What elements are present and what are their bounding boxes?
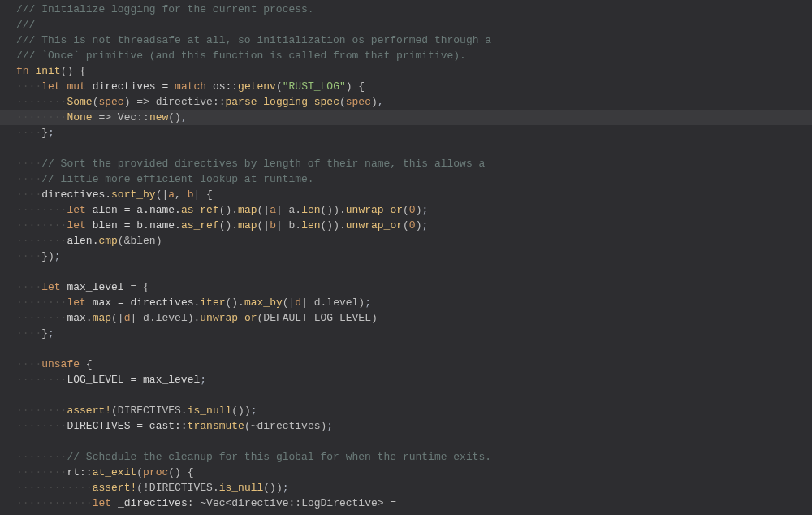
code-line[interactable]: fn init() { [0, 63, 812, 79]
code-line[interactable]: ········assert!(DIRECTIVES.is_null()); [0, 403, 812, 418]
token-fnname: unwrap_or [346, 219, 403, 232]
code-line[interactable]: ········None => Vec::new(), [0, 110, 812, 125]
token-punc: | d.level) [301, 296, 365, 309]
token-punc: | { [194, 188, 213, 201]
token-ident: = directives. [118, 296, 200, 309]
code-line[interactable]: ····// little more efficient lookup at r… [0, 171, 812, 187]
indent-guide: ···· [16, 358, 41, 370]
code-line[interactable] [0, 387, 812, 403]
indent-guide: ···· [41, 374, 67, 386]
token-fnname: parse_logging_spec [226, 96, 339, 108]
token-punc: (!DIRECTIVES. [136, 482, 218, 494]
token-param: a [270, 204, 276, 216]
token-punc: ( [136, 466, 143, 478]
code-line[interactable] [0, 264, 812, 279]
code-line[interactable]: ····let mut directives = match os::geten… [0, 79, 812, 94]
indent-guide: ···· [16, 235, 41, 247]
code-line[interactable]: ····let max_level = { [0, 279, 812, 295]
indent-guide: ···· [41, 466, 67, 478]
token-fnname: unwrap_or [200, 312, 257, 324]
indent-guide: ···· [16, 127, 41, 139]
token-punc: ( [403, 219, 409, 232]
code-line[interactable] [0, 341, 812, 357]
token-fnname: assert! [67, 405, 111, 417]
token-fnname: map [93, 312, 111, 324]
code-line[interactable]: /// Initialize logging for the current p… [0, 2, 812, 17]
token-comment: /// This is not threadsafe at all, so in… [16, 34, 491, 46]
token-ident: max [93, 296, 118, 309]
indent-guide: ···· [16, 80, 41, 93]
code-line[interactable]: ············let _directives: ~Vec<direct… [0, 496, 812, 511]
code-line[interactable]: ····directives.sort_by(|a, b| { [0, 187, 812, 202]
indent-guide: ···· [41, 235, 67, 247]
token-punc: (| [283, 296, 296, 309]
indent-guide: ···· [41, 111, 67, 123]
indent-guide: ···· [41, 405, 67, 417]
code-line[interactable]: ····}; [0, 125, 812, 141]
token-semi: ; [200, 374, 206, 386]
indent-guide: ···· [41, 497, 67, 509]
token-semi: ; [283, 482, 289, 494]
indent-guide: ···· [16, 420, 41, 432]
token-kw: fn [16, 65, 35, 77]
token-comment: /// `Once` primitive (and this function … [16, 50, 466, 62]
token-punc: (| [257, 204, 270, 216]
token-punc: (| [257, 219, 270, 232]
code-line[interactable]: ········let blen = b.name.as_ref().map(|… [0, 218, 812, 233]
token-punc: ( [339, 96, 346, 108]
token-punc: ()) [263, 482, 282, 494]
token-op: = [162, 80, 175, 93]
token-semi: ; [421, 204, 428, 216]
code-line[interactable]: ············assert!(!DIRECTIVES.is_null(… [0, 480, 812, 496]
token-param: spec [98, 96, 123, 108]
token-fnname: is_null [188, 405, 232, 417]
token-punc: () { [168, 466, 193, 478]
indent-guide: ···· [16, 219, 41, 232]
indent-guide: ···· [41, 204, 67, 216]
code-line[interactable]: ········let max = directives.iter().max_… [0, 295, 812, 310]
token-fnname: init [35, 65, 60, 77]
token-punc: | d.level). [130, 312, 200, 324]
code-line[interactable]: ········DIRECTIVES = cast::transmute(~di… [0, 418, 812, 434]
token-ident: os:: [213, 80, 238, 93]
token-semi: ; [365, 296, 371, 309]
token-num: 0 [409, 219, 416, 232]
code-line[interactable]: ····}; [0, 326, 812, 341]
token-fnname: len [301, 219, 320, 232]
code-line[interactable] [0, 434, 812, 449]
code-line[interactable]: ········Some(spec) => directive::parse_l… [0, 94, 812, 110]
code-editor[interactable]: /// Initialize logging for the current p… [0, 0, 812, 515]
token-ident: max. [67, 312, 92, 324]
token-punc: (| [156, 188, 169, 201]
code-line[interactable]: ····unsafe { [0, 357, 812, 372]
token-fnname: map [238, 204, 257, 216]
code-line[interactable]: ········// Schedule the cleanup for this… [0, 449, 812, 465]
code-line[interactable]: ········alen.cmp(&blen) [0, 233, 812, 249]
token-fnname: new [149, 111, 168, 123]
token-ident: _directives [118, 497, 188, 509]
token-kw: let [93, 497, 118, 509]
indent-guide: ···· [16, 327, 41, 340]
token-ident: directives [93, 80, 162, 93]
code-line[interactable]: ····// Sort the provided directives by l… [0, 156, 812, 171]
code-line[interactable] [0, 141, 812, 156]
token-punc: ) => directive:: [124, 96, 226, 108]
code-line[interactable]: /// `Once` primitive (and this function … [0, 48, 812, 63]
token-semi: ; [326, 420, 333, 432]
code-line[interactable]: ········let alen = a.name.as_ref().map(|… [0, 202, 812, 218]
token-ident: max_level [67, 281, 130, 293]
token-ident: blen [93, 219, 124, 232]
code-line[interactable]: ····}); [0, 249, 812, 264]
code-line[interactable]: ········rt::at_exit(proc() { [0, 465, 812, 480]
indent-guide: ···· [16, 451, 41, 463]
token-ident: DIRECTIVES [67, 420, 136, 432]
token-fnname: getenv [238, 80, 276, 93]
code-line[interactable]: /// [0, 17, 812, 32]
code-line[interactable]: ········LOG_LEVEL = max_level; [0, 372, 812, 387]
code-line[interactable]: /// This is not threadsafe at all, so in… [0, 32, 812, 48]
token-fnname: sort_by [111, 188, 156, 201]
token-comment: // little more efficient lookup at runti… [41, 173, 313, 185]
token-punc: , [175, 188, 188, 201]
token-fnname: max_by [244, 296, 283, 309]
code-line[interactable]: ········max.map(|d| d.level).unwrap_or(D… [0, 310, 812, 326]
